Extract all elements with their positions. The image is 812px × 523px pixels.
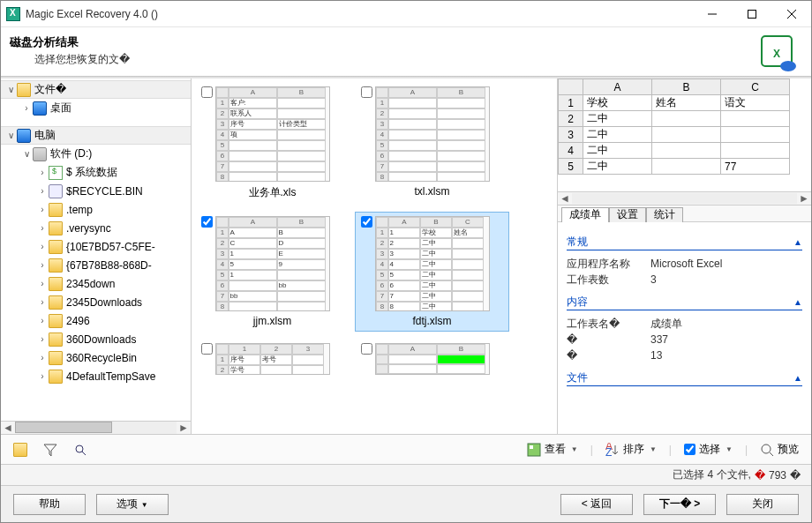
expand-icon[interactable]: ∨ (20, 149, 33, 159)
view-mode-button[interactable]: 查看▼ (523, 440, 582, 459)
expand-icon[interactable]: › (36, 260, 49, 270)
file-item[interactable]: AB1AB2CD31E45951 6 bb7bb8jjm.xlsm (195, 212, 350, 332)
expand-icon[interactable]: › (36, 316, 49, 325)
expand-icon[interactable]: › (20, 103, 33, 113)
status-suffix: � (790, 469, 801, 482)
tree-folder[interactable]: ›{67B78B88-868D- (1, 256, 191, 274)
tool-filter-icon[interactable] (40, 441, 61, 459)
preview-sheet[interactable]: ABC1学校姓名语文2二中3二中4二中5二中77 (558, 78, 811, 191)
minimize-button[interactable] (692, 1, 732, 26)
file-item[interactable]: ABC11学校姓名22二中33二中44二中55二中66二中77二中88二中99二… (355, 212, 509, 332)
select-button[interactable]: 选择▼ (680, 440, 736, 459)
tool-search-icon[interactable] (70, 441, 91, 459)
tree-folder[interactable]: ›2496 (1, 311, 191, 330)
page-title: 磁盘分析结果 (10, 34, 802, 50)
tree-folder[interactable]: ›360Downloads (1, 330, 191, 348)
prop-value: 13 (650, 347, 662, 363)
close-button[interactable] (771, 1, 811, 26)
tree-root-files[interactable]: ∨ 文件� (1, 80, 191, 99)
file-checkbox[interactable] (201, 216, 213, 228)
prop-value: 337 (650, 332, 668, 347)
expand-icon[interactable]: › (36, 279, 49, 288)
window-title: Magic Excel Recovery 4.0 () (26, 8, 692, 20)
file-grid[interactable]: AB1客户:2联系人3序号计价类型4项5678业务单.xlsAB12345678… (192, 78, 558, 434)
next-button[interactable]: 下一� > (643, 494, 716, 515)
tree-folder[interactable]: ›$RECYCLE.BIN (1, 182, 191, 200)
svg-line-14 (770, 452, 773, 456)
expand-icon[interactable]: › (36, 242, 49, 251)
folder-icon (49, 314, 63, 328)
folder-tree[interactable]: ∨ 文件� › 桌面 ∨ 电脑 ∨ 软件 (D (1, 78, 191, 421)
tree-folder[interactable]: ›360RecycleBin (1, 348, 191, 367)
tree-folder[interactable]: ›.temp (1, 200, 191, 219)
tree-desktop[interactable]: › 桌面 (1, 99, 191, 117)
svg-line-8 (82, 452, 86, 455)
tree-label: 4DefaultTempSave (66, 370, 155, 383)
expand-icon[interactable]: › (36, 334, 49, 344)
close-footer-button[interactable]: 关闭 (726, 494, 799, 515)
tab-sheet2[interactable]: 设置 (609, 207, 646, 222)
tree-root-computer[interactable]: ∨ 电脑 (1, 126, 191, 145)
help-button[interactable]: 帮助 (13, 494, 86, 515)
expand-icon[interactable]: › (36, 205, 49, 214)
file-checkbox[interactable] (201, 86, 213, 98)
footer: 帮助 选项 ▼ < 返回 下一� > 关闭 (1, 485, 811, 522)
file-checkbox[interactable] (201, 343, 213, 355)
tree-folder[interactable]: ›4DefaultTempSave (1, 367, 191, 385)
tree-hscrollbar[interactable]: ◄► (1, 421, 191, 434)
expand-icon[interactable]: › (36, 371, 49, 381)
tab-sheet1[interactable]: 成绩单 (561, 207, 609, 222)
folder-icon (49, 203, 63, 217)
folder-icon (49, 166, 63, 180)
section-content[interactable]: 内容▲ (567, 295, 802, 310)
back-button[interactable]: < 返回 (560, 494, 633, 515)
expand-icon[interactable]: › (36, 223, 49, 233)
tree-folder[interactable]: ›2345Downloads (1, 293, 191, 311)
page-subtitle: 选择您想恢复的文� (34, 52, 802, 67)
options-button[interactable]: 选项 ▼ (96, 494, 169, 515)
expand-icon[interactable]: › (36, 297, 49, 307)
collapse-icon: ▲ (793, 237, 802, 247)
file-name: jjm.xlsm (253, 315, 291, 327)
file-checkbox[interactable] (361, 86, 372, 98)
file-checkbox[interactable] (361, 216, 372, 228)
tree-label: .temp (66, 204, 93, 216)
excel-logo-icon: X (756, 33, 799, 75)
svg-point-13 (762, 445, 771, 453)
expand-icon[interactable]: › (36, 353, 49, 362)
file-item[interactable]: 1231序号考号2学号3322002 (195, 339, 350, 379)
select-checkbox[interactable] (684, 444, 695, 455)
folder-icon (49, 258, 63, 273)
maximize-button[interactable] (732, 1, 771, 26)
expand-icon[interactable]: › (36, 168, 49, 177)
file-item[interactable]: AB123456789101112txl.xlsm (355, 82, 509, 205)
folder-icon (49, 295, 63, 310)
file-item[interactable]: AB (355, 339, 509, 379)
main-body: ∨ 文件� › 桌面 ∨ 电脑 ∨ 软件 (D (1, 78, 811, 434)
expand-icon[interactable]: ∨ (4, 131, 17, 140)
section-file[interactable]: 文件▲ (567, 370, 802, 386)
preview-hscroll[interactable]: ◄► (558, 191, 811, 205)
tree-label: {67B78B88-868D- (66, 259, 152, 272)
tree-folder[interactable]: ›{10E7BD57-C5FE- (1, 237, 191, 256)
file-checkbox[interactable] (361, 343, 372, 355)
section-general[interactable]: 常规▲ (567, 235, 802, 250)
svg-text:X: X (773, 48, 780, 60)
prop-key: � (567, 347, 650, 363)
tool-export-icon[interactable] (10, 441, 31, 459)
svg-text:Z: Z (605, 446, 612, 457)
tree-folder[interactable]: ›.verysync (1, 219, 191, 237)
file-item[interactable]: AB1客户:2联系人3序号计价类型4项5678业务单.xls (195, 82, 350, 205)
tree-label: 2345Downloads (66, 296, 142, 309)
tree-label: 360RecycleBin (66, 352, 137, 364)
tree-label: 文件� (34, 82, 66, 97)
tab-sheet3[interactable]: 统计 (646, 207, 683, 222)
expand-icon[interactable]: › (36, 186, 49, 196)
tree-folder[interactable]: ›$ 系统数据 (1, 163, 191, 182)
tree-folder[interactable]: ›2345down (1, 274, 191, 293)
preview-button[interactable]: 预览 (756, 440, 802, 459)
sort-button[interactable]: AZ 排序▼ (602, 440, 660, 459)
expand-icon[interactable]: ∨ (4, 85, 17, 94)
folder-icon (49, 221, 63, 235)
tree-disk[interactable]: ∨ 软件 (D:) (1, 145, 191, 163)
